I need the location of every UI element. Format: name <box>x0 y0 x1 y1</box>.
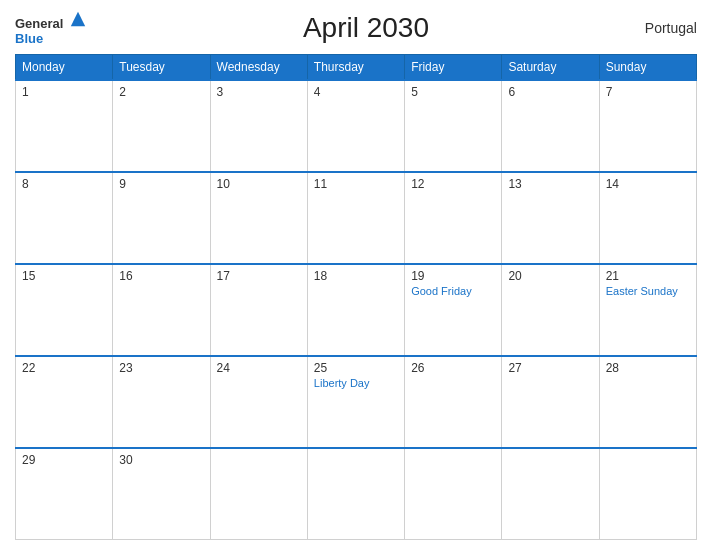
calendar-cell: 22 <box>16 356 113 448</box>
day-number: 10 <box>217 177 301 191</box>
calendar-cell: 9 <box>113 172 210 264</box>
calendar-cell: 24 <box>210 356 307 448</box>
calendar-cell: 4 <box>307 80 404 172</box>
calendar-cell: 20 <box>502 264 599 356</box>
header-friday: Friday <box>405 55 502 81</box>
day-number: 27 <box>508 361 592 375</box>
day-number: 18 <box>314 269 398 283</box>
calendar-cell: 7 <box>599 80 696 172</box>
header-tuesday: Tuesday <box>113 55 210 81</box>
week-row-2: 891011121314 <box>16 172 697 264</box>
holiday-label: Good Friday <box>411 285 495 297</box>
day-number: 30 <box>119 453 203 467</box>
calendar-cell: 11 <box>307 172 404 264</box>
day-number: 5 <box>411 85 495 99</box>
calendar-cell: 15 <box>16 264 113 356</box>
day-number: 22 <box>22 361 106 375</box>
calendar-cell: 17 <box>210 264 307 356</box>
logo-general-text: General <box>15 16 63 31</box>
day-number: 15 <box>22 269 106 283</box>
week-row-1: 1234567 <box>16 80 697 172</box>
day-number: 6 <box>508 85 592 99</box>
week-row-4: 22232425Liberty Day262728 <box>16 356 697 448</box>
calendar-cell: 27 <box>502 356 599 448</box>
day-number: 14 <box>606 177 690 191</box>
calendar-table: Monday Tuesday Wednesday Thursday Friday… <box>15 54 697 540</box>
day-number: 11 <box>314 177 398 191</box>
calendar-cell: 25Liberty Day <box>307 356 404 448</box>
header-monday: Monday <box>16 55 113 81</box>
logo: General Blue <box>15 10 87 46</box>
header-thursday: Thursday <box>307 55 404 81</box>
calendar-cell <box>307 448 404 540</box>
day-number: 9 <box>119 177 203 191</box>
calendar-cell: 13 <box>502 172 599 264</box>
week-row-5: 2930 <box>16 448 697 540</box>
calendar-cell <box>599 448 696 540</box>
calendar-cell: 28 <box>599 356 696 448</box>
calendar-cell: 2 <box>113 80 210 172</box>
calendar-cell: 14 <box>599 172 696 264</box>
calendar-cell: 8 <box>16 172 113 264</box>
day-number: 16 <box>119 269 203 283</box>
calendar-cell: 12 <box>405 172 502 264</box>
day-number: 7 <box>606 85 690 99</box>
calendar-cell: 5 <box>405 80 502 172</box>
calendar-cell: 29 <box>16 448 113 540</box>
day-number: 8 <box>22 177 106 191</box>
day-number: 19 <box>411 269 495 283</box>
day-number: 24 <box>217 361 301 375</box>
header-saturday: Saturday <box>502 55 599 81</box>
calendar-cell: 3 <box>210 80 307 172</box>
calendar-cell: 6 <box>502 80 599 172</box>
holiday-label: Liberty Day <box>314 377 398 389</box>
page-title: April 2030 <box>303 12 429 44</box>
week-row-3: 1516171819Good Friday2021Easter Sunday <box>16 264 697 356</box>
svg-marker-0 <box>71 12 85 26</box>
logo-icon <box>69 10 87 28</box>
calendar-cell: 10 <box>210 172 307 264</box>
country-label: Portugal <box>645 20 697 36</box>
day-number: 28 <box>606 361 690 375</box>
calendar-cell: 16 <box>113 264 210 356</box>
day-number: 20 <box>508 269 592 283</box>
day-number: 17 <box>217 269 301 283</box>
holiday-label: Easter Sunday <box>606 285 690 297</box>
day-number: 3 <box>217 85 301 99</box>
page: General Blue April 2030 Portugal Monday … <box>0 0 712 550</box>
day-number: 29 <box>22 453 106 467</box>
header-sunday: Sunday <box>599 55 696 81</box>
header-wednesday: Wednesday <box>210 55 307 81</box>
calendar-cell <box>210 448 307 540</box>
day-number: 26 <box>411 361 495 375</box>
calendar-cell <box>502 448 599 540</box>
day-number: 2 <box>119 85 203 99</box>
logo-blue-text: Blue <box>15 31 43 46</box>
calendar-cell: 21Easter Sunday <box>599 264 696 356</box>
calendar-cell: 19Good Friday <box>405 264 502 356</box>
day-number: 4 <box>314 85 398 99</box>
weekday-header-row: Monday Tuesday Wednesday Thursday Friday… <box>16 55 697 81</box>
calendar-cell: 30 <box>113 448 210 540</box>
calendar-cell <box>405 448 502 540</box>
calendar-cell: 1 <box>16 80 113 172</box>
day-number: 23 <box>119 361 203 375</box>
day-number: 25 <box>314 361 398 375</box>
day-number: 12 <box>411 177 495 191</box>
calendar-cell: 23 <box>113 356 210 448</box>
calendar-cell: 18 <box>307 264 404 356</box>
calendar-cell: 26 <box>405 356 502 448</box>
day-number: 21 <box>606 269 690 283</box>
day-number: 1 <box>22 85 106 99</box>
day-number: 13 <box>508 177 592 191</box>
header: General Blue April 2030 Portugal <box>15 10 697 46</box>
